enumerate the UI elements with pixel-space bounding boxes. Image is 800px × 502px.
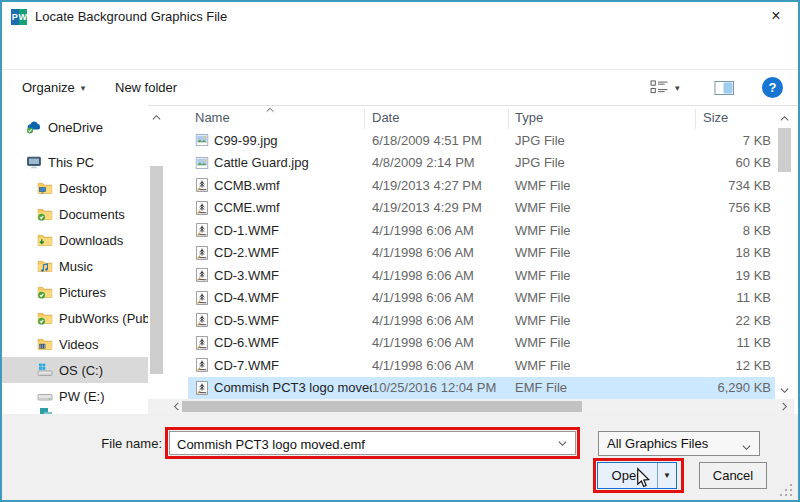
file-row[interactable]: Commish PCT3 logo moved.e... 10/25/2016 …: [188, 377, 775, 400]
file-row[interactable]: CCMB.wmf 4/19/2013 4:27 PM WMF File 734 …: [188, 174, 775, 197]
file-name: CD-4.WMF: [214, 290, 372, 305]
file-date: 4/19/2013 4:29 PM: [372, 200, 515, 215]
organize-button[interactable]: Organize ▾: [22, 70, 85, 105]
sidebar-item-label: Videos: [59, 337, 99, 352]
sidebar-item[interactable]: OS (C:): [2, 357, 148, 383]
file-row[interactable]: C99-99.jpg 6/18/2009 4:51 PM JPG File 7 …: [188, 129, 775, 152]
file-row[interactable]: CCME.wmf 4/19/2013 4:29 PM WMF File 756 …: [188, 197, 775, 220]
file-name: Cattle Guard.jpg: [214, 155, 372, 170]
file-type-icon: [194, 132, 210, 148]
sidebar-item-icon: [26, 119, 42, 135]
close-icon[interactable]: ×: [754, 2, 798, 32]
sidebar-item-label: PW (E:): [59, 389, 105, 404]
file-type: WMF File: [515, 178, 646, 193]
sidebar-item-label: Pictures: [59, 285, 106, 300]
file-list: C99-99.jpg 6/18/2009 4:51 PM JPG File 7 …: [188, 129, 775, 399]
column-header-date[interactable]: Date: [372, 110, 399, 125]
header-divider: [364, 109, 365, 129]
file-type: JPG File: [515, 133, 646, 148]
horizontal-scrollbar[interactable]: [148, 399, 794, 414]
file-size: 22 KB: [646, 313, 775, 328]
scroll-up-icon[interactable]: [778, 112, 791, 125]
file-type-icon: [194, 245, 210, 261]
file-type: EMF File: [515, 380, 646, 395]
file-row[interactable]: CD-3.WMF 4/1/1998 6:06 AM WMF File 19 KB: [188, 264, 775, 287]
file-type: WMF File: [515, 290, 646, 305]
file-date: 4/1/1998 6:06 AM: [372, 358, 515, 373]
sidebar-item-icon: [37, 284, 53, 300]
sidebar-item[interactable]: PubWorks (PubW: [2, 305, 148, 331]
file-type: WMF File: [515, 268, 646, 283]
file-size: 60 KB: [646, 155, 775, 170]
help-icon[interactable]: ?: [762, 77, 783, 98]
file-name: CD-6.WMF: [214, 335, 372, 350]
sidebar-item-icon: [37, 180, 53, 196]
file-type: WMF File: [515, 335, 646, 350]
sidebar-item[interactable]: Desktop: [2, 175, 148, 201]
sidebar-item[interactable]: OneDrive: [2, 114, 148, 140]
new-folder-button[interactable]: New folder: [115, 70, 177, 105]
column-header-size[interactable]: Size: [703, 110, 728, 125]
file-row[interactable]: CD-7.WMF 4/1/1998 6:06 AM WMF File 12 KB: [188, 354, 775, 377]
file-date: 10/25/2016 12:04 PM: [372, 380, 515, 395]
sidebar-item-icon: [37, 362, 53, 378]
sidebar-item[interactable]: Downloads: [2, 227, 148, 253]
file-row[interactable]: CD-5.WMF 4/1/1998 6:06 AM WMF File 22 KB: [188, 309, 775, 332]
sidebar-item[interactable]: PW (E:): [2, 383, 148, 409]
sidebar-item-icon: [37, 310, 53, 326]
file-type-select[interactable]: All Graphics Files: [598, 431, 760, 456]
scroll-right-icon[interactable]: [778, 400, 791, 413]
sidebar-item-label: OneDrive: [48, 120, 103, 135]
scrollbar-thumb[interactable]: [778, 128, 791, 172]
file-type-icon: [194, 267, 210, 283]
navigation-bar: ← → ↑ ›This PC›OS (C:)›PubWorks›Pictures…: [2, 32, 798, 70]
new-folder-label: New folder: [115, 80, 177, 95]
sidebar-item-label: OS (C:): [59, 363, 103, 378]
file-name: CD-7.WMF: [214, 358, 372, 373]
scrollbar-thumb[interactable]: [150, 166, 163, 374]
preview-pane-icon: [714, 80, 735, 96]
file-name: CD-2.WMF: [214, 245, 372, 260]
file-row[interactable]: Cattle Guard.jpg 4/8/2009 2:14 PM JPG Fi…: [188, 152, 775, 175]
sidebar-item[interactable]: Music: [2, 253, 148, 279]
file-size: 12 KB: [646, 358, 775, 373]
change-view-button[interactable]: ▾: [650, 70, 680, 105]
file-size: 19 KB: [646, 268, 775, 283]
scroll-down-icon[interactable]: [778, 384, 791, 397]
file-name-combobox[interactable]: [169, 431, 576, 455]
file-name: CD-5.WMF: [214, 313, 372, 328]
file-row[interactable]: CD-2.WMF 4/1/1998 6:06 AM WMF File 18 KB: [188, 242, 775, 265]
sidebar-item[interactable]: This PC: [2, 149, 148, 175]
chevron-down-icon[interactable]: [556, 437, 569, 450]
file-row[interactable]: CD-4.WMF 4/1/1998 6:06 AM WMF File 11 KB: [188, 287, 775, 310]
file-type-icon: [194, 200, 210, 216]
resize-grip[interactable]: [790, 494, 792, 496]
sidebar-item[interactable]: Pictures: [2, 279, 148, 305]
file-row[interactable]: CD-6.WMF 4/1/1998 6:06 AM WMF File 11 KB: [188, 332, 775, 355]
sidebar-scrollbar[interactable]: [148, 108, 165, 414]
sidebar-item-label: Downloads: [59, 233, 123, 248]
file-row[interactable]: CD-1.WMF 4/1/1998 6:06 AM WMF File 8 KB: [188, 219, 775, 242]
scrollbar-thumb[interactable]: [182, 401, 582, 412]
sidebar-item[interactable]: Videos: [2, 331, 148, 357]
file-type-icon: [194, 335, 210, 351]
column-header-name[interactable]: Name: [195, 110, 230, 125]
open-file-dialog: PW Locate Background Graphics File × ← →…: [0, 0, 800, 502]
file-name-label: File name:: [62, 436, 162, 451]
sidebar-item-icon: [37, 388, 53, 404]
file-list-scrollbar[interactable]: [776, 108, 793, 399]
file-type: WMF File: [515, 200, 646, 215]
file-date: 4/8/2009 2:14 PM: [372, 155, 515, 170]
scroll-up-icon[interactable]: [150, 111, 163, 124]
title-bar: PW Locate Background Graphics File ×: [2, 2, 798, 32]
details-view-icon: [650, 80, 669, 95]
file-date: 4/1/1998 6:06 AM: [372, 335, 515, 350]
file-name: CD-1.WMF: [214, 223, 372, 238]
file-name-input[interactable]: [175, 433, 549, 455]
preview-pane-button[interactable]: [714, 70, 735, 105]
open-split-arrow-icon[interactable]: ▼: [657, 463, 676, 488]
sidebar-item[interactable]: Documents: [2, 201, 148, 227]
file-type: WMF File: [515, 358, 646, 373]
column-header-type[interactable]: Type: [515, 110, 543, 125]
cancel-button[interactable]: Cancel: [699, 462, 767, 489]
